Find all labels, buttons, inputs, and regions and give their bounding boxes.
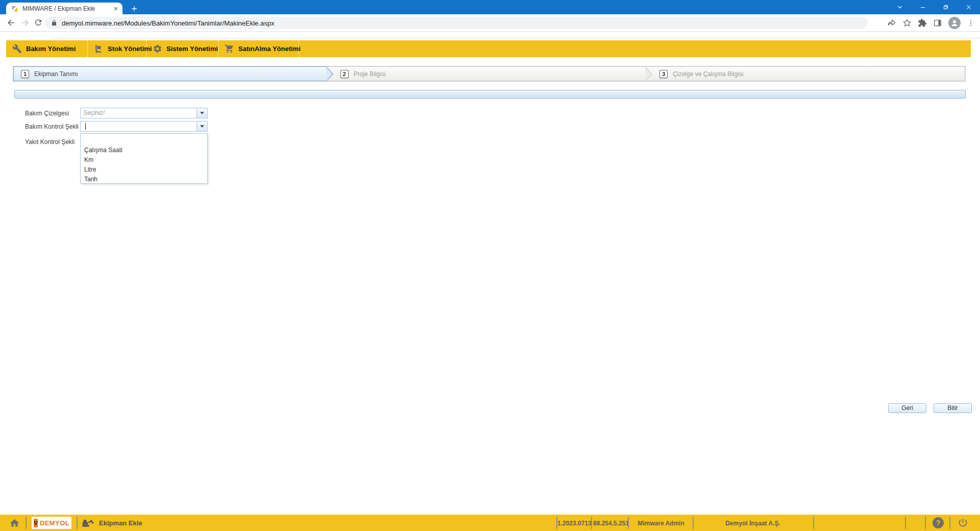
chevron-down-icon	[200, 112, 204, 114]
bitir-button[interactable]: Bitir	[934, 403, 972, 413]
menu-item-sistem-yonetimi[interactable]: Sistem Yönetimi	[146, 40, 218, 57]
extensions-icon[interactable]	[918, 18, 927, 28]
dropdown-option-list: Çalışma Saati Km Litre Tarih	[80, 133, 208, 184]
new-tab-button[interactable]	[129, 3, 140, 14]
wrench-icon	[12, 44, 22, 54]
divider	[591, 517, 592, 529]
cart-icon	[225, 44, 234, 54]
menu-item-satinalma-yonetimi[interactable]: SatınAlma Yönetimi	[218, 40, 299, 57]
excavator-icon	[82, 518, 95, 527]
address-bar[interactable]: demyol.mimware.net/Modules/BakimYonetimi…	[45, 17, 868, 29]
menu-item-bakim-yonetimi[interactable]: Bakım Yönetimi	[6, 40, 88, 57]
step-number: 2	[340, 70, 349, 78]
dropdown-option-empty[interactable]	[81, 134, 207, 146]
bookmark-star-icon[interactable]	[902, 18, 912, 28]
forward-icon[interactable]	[20, 18, 30, 28]
minimize-button[interactable]	[911, 0, 934, 14]
bakim-cizelgesi-value[interactable]: Seçiniz!	[81, 108, 197, 118]
handtruck-icon	[94, 44, 104, 54]
power-icon[interactable]	[958, 517, 968, 528]
wizard-step-proje-bilgisi[interactable]: 2 Proje Bilgisi	[327, 66, 646, 81]
bakim-kontrol-sekli-label: Bakım Kontrol Şekli	[25, 123, 79, 130]
step-label: Çizelge ve Çalışma Bilgisi	[673, 70, 743, 78]
tab-search-icon[interactable]	[888, 0, 911, 14]
step-number: 3	[659, 70, 668, 78]
menu-label: SatınAlma Yönetimi	[238, 45, 301, 53]
browser-tab[interactable]: MIMWARE / Ekipman Ekle	[6, 3, 122, 14]
page-top-divider	[51, 38, 980, 38]
current-page-label: Ekipman Ekle	[99, 519, 142, 527]
wizard-steps-bar: 1 Ekipman Tanımı 2 Proje Bilgisi 3 Çizel…	[13, 66, 966, 82]
dropdown-option-calisma-saati[interactable]: Çalışma Saati	[81, 146, 207, 155]
yakit-kontrol-sekli-label: Yakıt Kontrol Şekli	[25, 138, 75, 146]
dropdown-arrow-button[interactable]	[197, 108, 207, 118]
main-menu-bar: Bakım Yönetimi Stok Yönetimi Sistem Yöne…	[6, 40, 971, 57]
divider	[813, 517, 814, 529]
bakim-cizelgesi-combobox[interactable]: Seçiniz!	[80, 108, 208, 118]
geri-button[interactable]: Geri	[888, 403, 926, 413]
bakim-kontrol-sekli-value[interactable]	[81, 122, 197, 131]
back-icon[interactable]	[6, 18, 16, 28]
step-number: 1	[21, 70, 29, 78]
dropdown-option-km[interactable]: Km	[81, 155, 207, 165]
profile-avatar[interactable]	[948, 17, 961, 29]
lock-icon[interactable]	[51, 20, 57, 26]
client-ip: 88.254.5.251	[593, 520, 627, 527]
divider	[77, 517, 78, 529]
bakim-cizelgesi-label: Bakım Çizelgesi	[25, 110, 69, 117]
browser-titlebar: MIMWARE / Ekipman Ekle	[0, 0, 980, 14]
menu-label: Bakım Yönetimi	[26, 45, 76, 53]
step-label: Ekipman Tanımı	[34, 70, 78, 78]
panel-header-strip	[14, 90, 966, 99]
demyol-logo-text: DEMYOL	[40, 519, 69, 527]
mimware-favicon-icon	[11, 5, 18, 12]
step-label: Proje Bilgisi	[354, 70, 386, 78]
demyol-logo-badge: V	[34, 519, 38, 527]
wizard-step-cizelge-calisma[interactable]: 3 Çizelge ve Çalışma Bilgisi	[646, 66, 965, 81]
restore-button[interactable]	[934, 0, 957, 14]
url-text[interactable]: demyol.mimware.net/Modules/BakimYonetimi…	[62, 19, 274, 27]
side-panel-icon[interactable]	[933, 18, 942, 28]
close-button[interactable]	[957, 0, 980, 14]
logged-in-user: Mimware Admin	[631, 520, 691, 527]
share-icon[interactable]	[887, 18, 896, 28]
divider	[628, 517, 629, 529]
text-caret	[85, 123, 86, 130]
help-icon[interactable]: ?	[933, 517, 944, 528]
browser-menu-icon[interactable]	[967, 19, 975, 27]
menu-label: Stok Yönetimi	[108, 45, 152, 53]
tab-title: MIMWARE / Ekipman Ekle	[22, 5, 112, 12]
divider	[693, 517, 694, 529]
menu-label: Sistem Yönetimi	[166, 45, 218, 53]
dropdown-option-litre[interactable]: Litre	[81, 165, 207, 175]
toolbar-right-icons	[887, 14, 975, 32]
tab-close-icon[interactable]	[112, 5, 119, 12]
divider	[905, 517, 906, 529]
wizard-step-ekipman-tanimi[interactable]: 1 Ekipman Tanımı	[13, 66, 327, 81]
divider	[925, 517, 926, 529]
browser-window: MIMWARE / Ekipman Ekle	[0, 0, 980, 531]
reload-icon[interactable]	[34, 18, 43, 27]
window-controls	[888, 0, 980, 14]
company-name: Demyol İnşaat A.Ş.	[695, 520, 811, 527]
dropdown-option-tarih[interactable]: Tarih	[81, 175, 207, 184]
home-icon[interactable]	[9, 518, 20, 528]
dropdown-arrow-button[interactable]	[197, 122, 207, 131]
app-version: 1.2023.0713	[557, 520, 590, 527]
menu-item-stok-yonetimi[interactable]: Stok Yönetimi	[88, 40, 146, 57]
divider	[26, 517, 27, 529]
divider	[949, 517, 950, 529]
gear-icon	[153, 44, 162, 54]
demyol-logo[interactable]: V DEMYOL	[32, 517, 71, 529]
bakim-kontrol-sekli-combobox[interactable]	[80, 121, 208, 132]
status-bar: V DEMYOL Ekipman Ekle 1.2023.0713 88.254…	[0, 515, 980, 531]
chevron-down-icon	[200, 125, 204, 128]
